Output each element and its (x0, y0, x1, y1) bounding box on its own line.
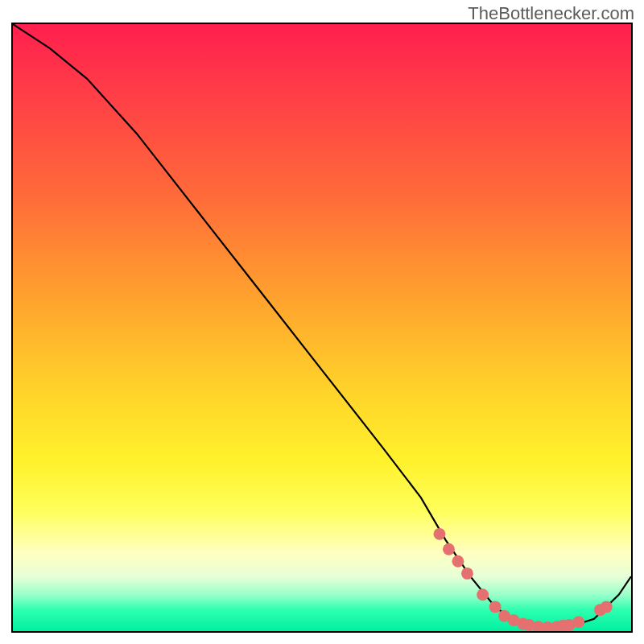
data-marker (443, 543, 455, 555)
data-marker (433, 528, 445, 540)
curve-line (13, 24, 631, 628)
data-marker (489, 601, 502, 613)
attribution-text: TheBottlenecker.com (468, 3, 634, 24)
marker-group (433, 528, 612, 631)
data-marker (572, 616, 584, 628)
data-marker (452, 555, 464, 568)
data-marker (461, 568, 473, 580)
chart-svg (13, 24, 631, 631)
plot-area (11, 23, 633, 633)
data-marker (477, 588, 489, 601)
chart-frame: TheBottlenecker.com (0, 0, 644, 644)
data-marker (601, 601, 613, 613)
